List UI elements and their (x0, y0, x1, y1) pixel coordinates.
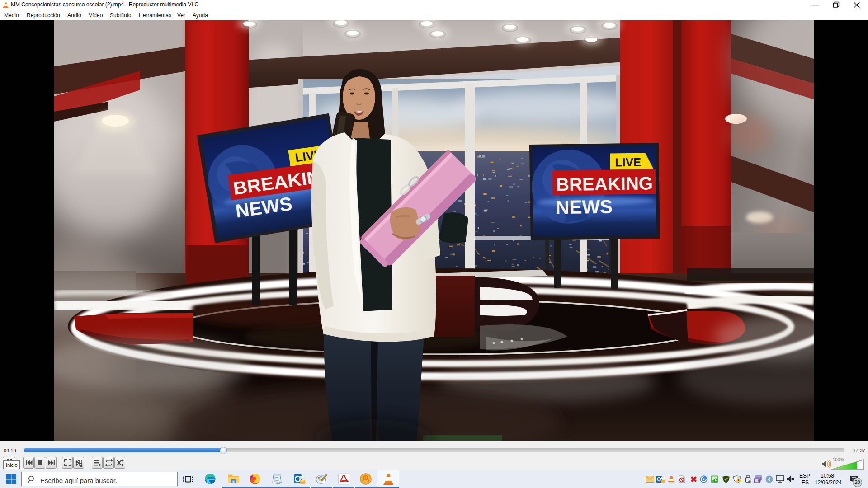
svg-text:LIVE: LIVE (615, 155, 641, 169)
svg-text:NEWS: NEWS (556, 196, 613, 218)
svg-text:BREAKING: BREAKING (556, 173, 653, 194)
